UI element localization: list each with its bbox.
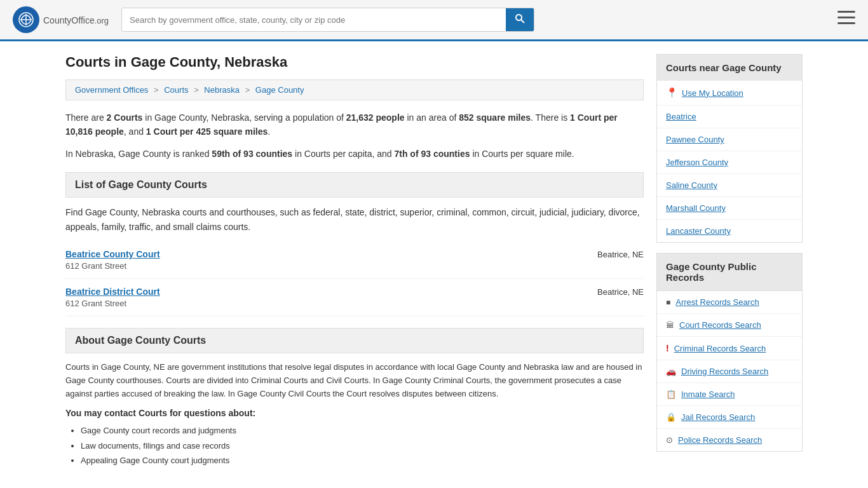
intro-paragraph-2: In Nebraska, Gage County is ranked 59th …: [65, 147, 644, 161]
criminal-records-link[interactable]: Criminal Records Search: [674, 344, 766, 353]
breadcrumb-government-offices[interactable]: Government Offices: [75, 85, 148, 95]
jail-records-item[interactable]: 🔒 Jail Records Search: [657, 406, 802, 429]
police-icon: ⊙: [666, 435, 673, 445]
arrest-records-link[interactable]: Arrest Records Search: [675, 297, 759, 307]
public-records-box: Gage County Public Records ■ Arrest Reco…: [656, 253, 803, 452]
nearby-courts-box: Courts near Gage County 📍 Use My Locatio…: [656, 54, 803, 243]
menu-icon[interactable]: [837, 11, 855, 29]
court-address-1: 612 Grant Street: [65, 261, 585, 271]
court-entry-2: Beatrice District Court 612 Grant Street…: [65, 279, 644, 316]
search-bar[interactable]: [121, 8, 534, 32]
use-location-link[interactable]: Use My Location: [682, 88, 743, 98]
logo-icon: [13, 6, 39, 33]
about-section-header: About Gage County Courts: [65, 328, 644, 353]
court-entry-1: Beatrice County Court 612 Grant Street B…: [65, 241, 644, 279]
court-records-link[interactable]: Court Records Search: [679, 320, 761, 330]
contact-title: You may contact Courts for questions abo…: [65, 408, 644, 418]
court-records-item[interactable]: 🏛 Court Records Search: [657, 314, 802, 337]
list-section-header: List of Gage County Courts: [65, 172, 644, 198]
inmate-search-item[interactable]: 📋 Inmate Search: [657, 383, 802, 406]
court-list: Beatrice County Court 612 Grant Street B…: [65, 241, 644, 316]
bullet-2: Law documents, filings and case records: [81, 438, 644, 453]
inmate-search-link[interactable]: Inmate Search: [681, 390, 735, 399]
intro-paragraph-1: There are 2 Courts in Gage County, Nebra…: [65, 111, 644, 139]
svg-line-5: [521, 20, 524, 23]
nearby-link-marshall[interactable]: Marshall County: [657, 197, 802, 220]
police-records-item[interactable]: ⊙ Police Records Search: [657, 429, 802, 451]
inmate-icon: 📋: [666, 390, 676, 399]
site-header: CountyOffice.org: [0, 0, 868, 41]
breadcrumb-courts[interactable]: Courts: [164, 85, 188, 95]
nearby-courts-title: Courts near Gage County: [657, 55, 802, 81]
svg-rect-6: [837, 11, 855, 13]
arrest-icon: ■: [666, 298, 670, 307]
about-section: About Gage County Courts Courts in Gage …: [65, 328, 644, 468]
search-button[interactable]: [506, 8, 534, 31]
svg-point-4: [516, 15, 522, 20]
public-records-links: ■ Arrest Records Search 🏛 Court Records …: [656, 291, 803, 452]
public-records-title: Gage County Public Records: [656, 253, 803, 291]
jail-icon: 🔒: [666, 412, 676, 422]
driving-records-link[interactable]: Driving Records Search: [681, 367, 768, 376]
arrest-records-item[interactable]: ■ Arrest Records Search: [657, 291, 802, 314]
jail-records-link[interactable]: Jail Records Search: [681, 412, 755, 422]
nearby-link-pawnee[interactable]: Pawnee County: [657, 128, 802, 151]
location-pin-icon: 📍: [666, 87, 678, 98]
court-name-2[interactable]: Beatrice District Court: [65, 287, 585, 297]
main-content: Courts in Gage County, Nebraska Governme…: [65, 54, 644, 468]
court-address-2: 612 Grant Street: [65, 299, 585, 308]
contact-bullets: Gage County court records and judgments …: [65, 423, 644, 468]
criminal-icon: !: [666, 343, 669, 353]
sidebar: Courts near Gage County 📍 Use My Locatio…: [656, 54, 803, 468]
police-records-link[interactable]: Police Records Search: [678, 435, 762, 445]
logo[interactable]: CountyOffice.org: [13, 6, 109, 33]
court-icon: 🏛: [666, 320, 674, 330]
court-location-1: Beatrice, NE: [597, 250, 644, 259]
nearby-link-lancaster[interactable]: Lancaster County: [657, 220, 802, 242]
breadcrumb: Government Offices > Courts > Nebraska >…: [65, 79, 644, 100]
driving-icon: 🚗: [666, 367, 676, 376]
criminal-records-item[interactable]: ! Criminal Records Search: [657, 337, 802, 360]
use-location-item[interactable]: 📍 Use My Location: [657, 81, 802, 105]
search-input[interactable]: [122, 8, 506, 31]
svg-rect-7: [837, 17, 855, 18]
content-wrapper: Courts in Gage County, Nebraska Governme…: [53, 41, 815, 481]
logo-text: CountyOffice.org: [43, 13, 109, 27]
page-title: Courts in Gage County, Nebraska: [65, 54, 644, 71]
nearby-link-beatrice[interactable]: Beatrice: [657, 105, 802, 128]
bullet-1: Gage County court records and judgments: [81, 423, 644, 438]
about-text: Courts in Gage County, NE are government…: [65, 361, 644, 400]
driving-records-item[interactable]: 🚗 Driving Records Search: [657, 360, 802, 383]
court-location-2: Beatrice, NE: [597, 287, 644, 297]
list-section-description: Find Gage County, Nebraska courts and co…: [65, 205, 644, 234]
svg-rect-8: [837, 22, 855, 24]
breadcrumb-gage-county[interactable]: Gage County: [255, 85, 304, 95]
nearby-link-saline[interactable]: Saline County: [657, 174, 802, 197]
bullet-3: Appealing Gage County court judgments: [81, 453, 644, 468]
court-name-1[interactable]: Beatrice County Court: [65, 249, 585, 259]
nearby-link-jefferson[interactable]: Jefferson County: [657, 151, 802, 174]
breadcrumb-nebraska[interactable]: Nebraska: [204, 85, 240, 95]
